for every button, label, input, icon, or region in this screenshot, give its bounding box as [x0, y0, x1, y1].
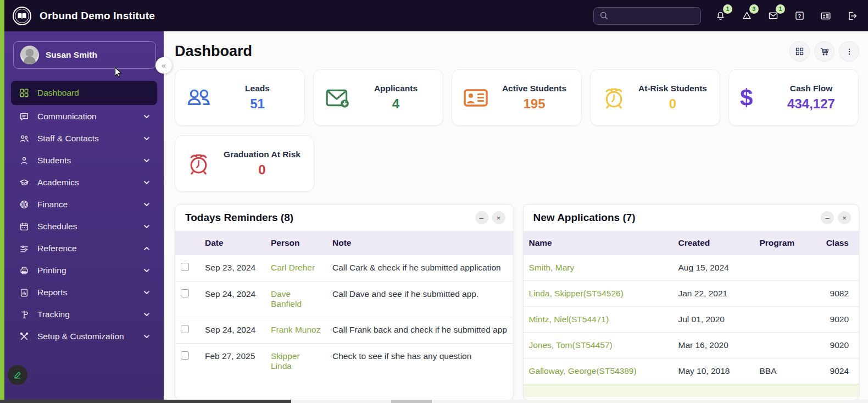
horizontal-scrollbar[interactable]: [0, 400, 868, 403]
reminder-person-link[interactable]: Skipper Linda: [265, 344, 327, 379]
application-name-link[interactable]: Linda, Skipper(ST54526): [524, 281, 673, 307]
chat-icon: [19, 111, 30, 122]
alerts-alarm-button[interactable]: 3: [739, 9, 754, 23]
brand-title: Orbund Demo Institute: [40, 10, 155, 22]
signpost-icon: [19, 309, 30, 320]
sidebar-item-staff-contacts[interactable]: Staff & Contacts: [11, 128, 157, 149]
reminder-row: Sep 24, 2024 Dave Banfield Call Dave and…: [175, 281, 513, 317]
pencil-icon: [13, 370, 23, 380]
stat-value: 434,127: [772, 96, 850, 112]
reminders-table-head: Date Person Note: [175, 231, 513, 255]
sidebar-item-setup-customization[interactable]: Setup & Customization: [11, 326, 157, 347]
user-name: Susan Smith: [46, 50, 97, 60]
application-name-link[interactable]: Jones, Tom(ST54457): [524, 333, 673, 358]
sidebar-item-reports[interactable]: Reports: [11, 282, 157, 303]
global-search[interactable]: [593, 7, 701, 25]
sidebar-item-finance[interactable]: $ Finance: [11, 194, 157, 215]
stat-card-text: Leads 51: [218, 84, 297, 112]
reminder-person-link[interactable]: Dave Banfield: [265, 281, 327, 317]
close-button[interactable]: ×: [838, 211, 851, 224]
stat-card-text: At-Risk Students 0: [633, 84, 712, 112]
scrollbar-thumb[interactable]: [0, 400, 291, 403]
reminder-person-link[interactable]: Carl Dreher: [265, 255, 327, 281]
logout-button[interactable]: [845, 9, 859, 23]
reminder-note: Call Dave and see if he submitted app.: [327, 281, 513, 317]
people-icon: [19, 133, 30, 144]
user-profile-card[interactable]: Susan Smith: [13, 41, 156, 69]
cart-button[interactable]: [814, 41, 834, 62]
reminder-row: Sep 23, 2024 Carl Dreher Call Cark & che…: [175, 255, 513, 281]
scrollbar-thumb-secondary[interactable]: [391, 400, 432, 403]
stat-card-leads[interactable]: Leads 51: [175, 69, 305, 126]
sidebar-item-communication[interactable]: Communication: [11, 106, 157, 127]
application-name-link[interactable]: Smith, Mary: [524, 255, 673, 281]
application-program: [754, 281, 812, 307]
chevron-down-icon: [143, 135, 151, 142]
stat-card-cash-flow[interactable]: $ Cash Flow 434,127: [728, 69, 859, 126]
mail-download-icon: [325, 86, 357, 109]
notifications-bell-button[interactable]: 1: [713, 9, 727, 23]
application-name-link[interactable]: Galloway, George(ST54389): [524, 358, 673, 384]
reminder-checkbox[interactable]: [181, 289, 189, 297]
chevron-down-icon: [143, 157, 151, 164]
user-avatar: [20, 46, 39, 64]
reminder-checkbox[interactable]: [181, 351, 189, 360]
reminder-person-link[interactable]: Frank Munoz: [265, 317, 327, 344]
widgets-grid-button[interactable]: [789, 41, 810, 62]
sidebar-item-label: Reports: [37, 288, 135, 297]
messages-count-badge: 1: [776, 4, 785, 14]
application-name-link[interactable]: Mintz, Niel(ST54471): [524, 307, 673, 333]
reminder-note: Call Frank back and check if he submitte…: [327, 317, 513, 344]
sidebar-item-students[interactable]: Students: [11, 150, 157, 171]
close-button[interactable]: ×: [492, 211, 505, 224]
minimize-button[interactable]: –: [475, 211, 488, 224]
left-accent-strip: [0, 0, 4, 400]
sidebar-item-label: Tracking: [37, 310, 135, 319]
edit-fab-button[interactable]: [8, 365, 27, 385]
sidebar-item-label: Schedules: [37, 222, 135, 231]
kebab-menu-button[interactable]: [839, 41, 859, 62]
sidebar-collapse-button[interactable]: «: [155, 57, 172, 74]
id-card-button[interactable]: [819, 9, 833, 23]
applications-panel: New Applications (7) – × Name Created Pr…: [523, 204, 860, 400]
stat-card-graduation-at-risk[interactable]: Graduation At Risk 0: [175, 135, 314, 192]
calendar-icon: [19, 221, 30, 232]
minimize-button[interactable]: –: [821, 211, 834, 224]
search-input[interactable]: [613, 12, 695, 20]
report-icon: [19, 287, 30, 298]
alarm-clock-icon: [602, 86, 633, 109]
sidebar-item-reference[interactable]: Reference: [11, 238, 157, 259]
sidebar-item-academics[interactable]: Academics: [11, 172, 157, 193]
application-program: BBA: [754, 358, 812, 384]
stat-card-at-risk-students[interactable]: At-Risk Students 0: [590, 69, 720, 126]
messages-button[interactable]: 1: [766, 9, 780, 23]
stat-card-active-students[interactable]: Active Students 195: [452, 69, 582, 126]
stat-value: 4: [357, 96, 435, 112]
sidebar-item-dashboard[interactable]: Dashboard: [11, 81, 157, 105]
sidebar-item-schedules[interactable]: Schedules: [11, 216, 157, 237]
application-created: Jul 01, 2020: [673, 307, 754, 333]
sidebar-item-printing[interactable]: Printing: [11, 260, 157, 281]
application-row: Linda, Skipper(ST54526) Jan 22, 2021 908…: [524, 281, 859, 307]
reminders-title: Todays Reminders (8): [185, 212, 293, 224]
stat-label: Cash Flow: [772, 84, 850, 93]
sidebar-item-label: Printing: [37, 266, 135, 275]
reminder-row: Sep 24, 2024 Frank Munoz Call Frank back…: [175, 317, 513, 344]
dollar-icon: $: [740, 86, 772, 109]
stat-value: 0: [633, 96, 712, 112]
application-row: Smith, Mary Aug 15, 2024: [524, 255, 859, 281]
reminder-checkbox[interactable]: [181, 325, 189, 333]
notifications-count-badge: 1: [723, 4, 732, 14]
coin-icon: $: [19, 199, 30, 210]
reminder-checkbox[interactable]: [181, 263, 189, 271]
help-button[interactable]: ?: [792, 9, 806, 23]
stat-card-applicants[interactable]: Applicants 4: [313, 69, 443, 126]
applications-table-head: Name Created Program Class: [524, 231, 859, 255]
reminder-date: Sep 24, 2024: [199, 317, 265, 344]
stat-cards-row-2: Graduation At Risk 0: [164, 126, 868, 192]
applications-title: New Applications (7): [533, 212, 636, 224]
chevron-up-icon: [143, 245, 151, 252]
sidebar-item-tracking[interactable]: Tracking: [11, 304, 157, 325]
application-row-partial: [524, 384, 859, 397]
column-header-note: Note: [327, 231, 513, 255]
